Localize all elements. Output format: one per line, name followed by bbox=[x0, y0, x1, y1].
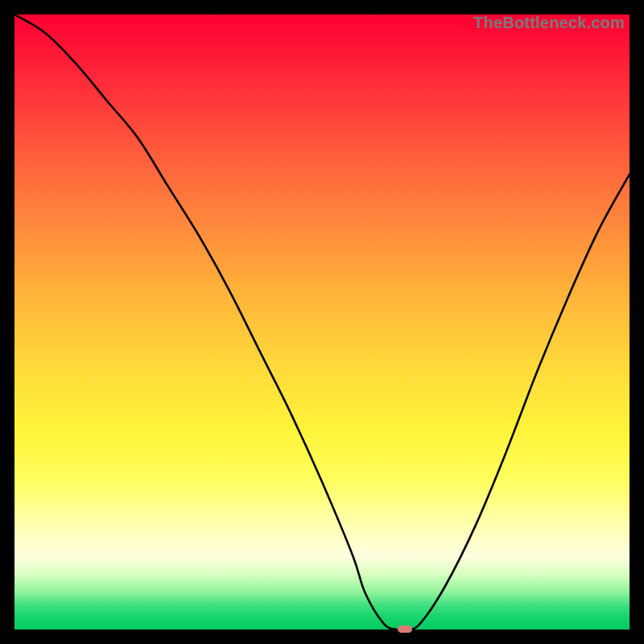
bottleneck-curve bbox=[14, 14, 630, 630]
plot-area: TheBottleneck.com bbox=[14, 14, 630, 630]
chart-frame: TheBottleneck.com bbox=[0, 0, 644, 644]
valley-marker bbox=[398, 625, 412, 633]
